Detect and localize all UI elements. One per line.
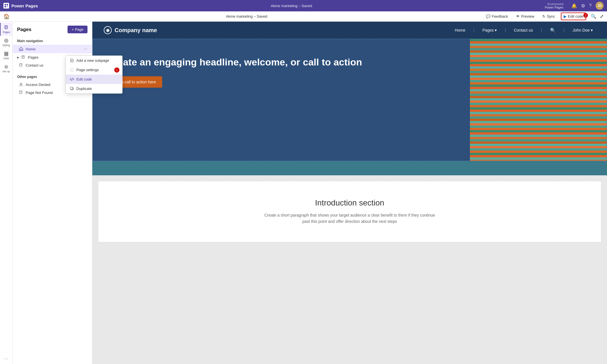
contact-nav-label: Contact us (26, 63, 43, 67)
pages-icon (4, 25, 9, 30)
svg-rect-2 (5, 6, 6, 7)
home-nav-more-button[interactable]: ··· (84, 46, 87, 52)
context-menu-page-settings[interactable]: Page settings 1 (66, 65, 122, 75)
duplicate-icon (70, 87, 74, 91)
page-settings-label: Page settings (76, 68, 99, 72)
topbar-icons: 🔔 ⚙ ? JD (571, 2, 604, 10)
app-logo-icon (3, 3, 9, 9)
feedback-button[interactable]: 💬 Feedback (484, 13, 510, 20)
svg-point-13 (5, 66, 7, 68)
add-page-button[interactable]: + Page (68, 26, 87, 33)
expand-pages-chevron[interactable]: ▶ (17, 56, 19, 59)
contact-nav-icon (19, 63, 23, 67)
context-menu-edit-code[interactable]: Edit code (66, 75, 122, 84)
pages-nav-icon (21, 55, 26, 59)
site-saved-label: Akme marketing – Saved (226, 14, 267, 18)
sync-icon: ↻ (542, 14, 545, 18)
zoom-in-icon[interactable]: 🔍 (591, 14, 596, 19)
svg-rect-1 (7, 4, 8, 5)
nav-item-home[interactable]: Home ··· (13, 45, 92, 53)
nav-divider-4: | (561, 27, 568, 34)
svg-rect-11 (5, 54, 8, 54)
content-area[interactable]: ◉ Company name Home | Pages ▾ | Contact … (92, 22, 607, 364)
main-nav-section-title: Main navigation (13, 36, 92, 45)
svg-rect-0 (5, 4, 6, 5)
preview-icon: 👁 (516, 14, 520, 18)
hero-image (470, 39, 607, 161)
svg-point-19 (20, 83, 22, 85)
toolbar2: 🏠 Akme marketing – Saved 💬 Feedback 👁 Pr… (0, 11, 607, 22)
preview-label: Preview (521, 14, 534, 18)
svg-rect-12 (5, 55, 8, 56)
sync-label: Sync (547, 14, 555, 18)
edit-code-badge: 2 (583, 13, 588, 18)
home-nav-icon (19, 47, 23, 51)
access-denied-label: Access Denied (26, 83, 50, 87)
styling-icon (4, 38, 9, 43)
site-brand-name: Company name (115, 27, 157, 34)
sidebar-item-pages[interactable]: Pages (0, 23, 12, 36)
access-denied-icon (19, 82, 23, 87)
toolbar2-center: Akme marketing – Saved (10, 14, 484, 18)
edit-code-icon: ▶ (564, 14, 567, 18)
edit-code-toolbar-button[interactable]: ▶ Edit code (561, 13, 586, 20)
env-label: Environment (547, 3, 563, 6)
context-menu-add-subpage[interactable]: Add a new subpage (66, 56, 122, 65)
more-options-icon[interactable]: ··· (2, 353, 11, 364)
settings-icon[interactable]: ⚙ (581, 3, 585, 9)
preview-button[interactable]: 👁 Preview (514, 13, 537, 20)
page-not-found-label: Page Not Found (26, 91, 53, 95)
context-menu-duplicate[interactable]: Duplicate (66, 84, 122, 93)
site-title: Akme marketing – Saved (271, 4, 312, 8)
nav-search-icon[interactable]: 🔍 (547, 26, 559, 34)
svg-point-8 (5, 39, 8, 42)
pages-header: Pages + Page (13, 22, 92, 36)
nav-divider-1: | (470, 27, 477, 34)
nav-link-pages[interactable]: Pages ▾ (480, 27, 500, 34)
nav-divider-3: | (538, 27, 545, 34)
pages-nav-label: Pages (28, 55, 38, 59)
home-nav-label: Home (26, 47, 36, 51)
home-nav-icon[interactable]: 🏠 (3, 13, 10, 20)
page-settings-badge: 1 (114, 67, 119, 73)
expand-icon[interactable]: ⤢ (600, 14, 604, 19)
page-not-found-icon (19, 90, 23, 95)
intro-section: Introduction section Create a short para… (98, 181, 601, 242)
feedback-label: Feedback (492, 14, 508, 18)
pages-icon-label: Pages (3, 31, 10, 34)
data-icon (4, 51, 9, 56)
sidebar-item-data[interactable]: Data (0, 49, 12, 62)
intro-body: Create a short paragraph that shows your… (264, 212, 435, 225)
page-settings-icon (70, 68, 74, 72)
nav-link-user[interactable]: John Doe ▾ (570, 27, 596, 34)
topbar-center: Akme marketing – Saved (38, 4, 545, 8)
sidebar-item-styling[interactable]: Styling (0, 36, 12, 49)
notification-icon[interactable]: 🔔 (571, 3, 577, 9)
nav-link-home[interactable]: Home (452, 27, 468, 34)
sync-button[interactable]: ↻ Sync (540, 13, 557, 20)
svg-line-25 (72, 78, 72, 81)
app-name-label: Power Pages (11, 3, 38, 8)
site-brand-icon: ◉ (104, 26, 112, 34)
intro-title: Introduction section (110, 198, 590, 207)
data-icon-label: Data (3, 57, 9, 60)
hero-left: Create an engaging headline, welcome, or… (93, 39, 470, 161)
svg-rect-17 (20, 63, 22, 66)
site-navbar: ◉ Company name Home | Pages ▾ | Contact … (92, 22, 607, 39)
user-avatar[interactable]: JD (596, 2, 604, 10)
site-navbar-links: Home | Pages ▾ | Contact us | 🔍 | John D… (452, 26, 596, 34)
spacer-section (92, 161, 607, 175)
app-logo[interactable]: Power Pages (3, 3, 38, 9)
edit-code-btn-wrapper: ▶ Edit code 2 (561, 13, 586, 20)
topbar: Power Pages Akme marketing – Saved Envir… (0, 0, 607, 11)
main-layout: Pages Styling Data Set up ··· (0, 22, 607, 364)
sidebar-item-setup[interactable]: Set up (0, 62, 12, 75)
nav-link-contact[interactable]: Contact us (511, 27, 536, 34)
svg-point-24 (72, 69, 73, 71)
svg-rect-20 (20, 91, 22, 94)
env-value: Power Pages (545, 6, 563, 9)
setup-icon (4, 64, 9, 69)
pages-panel-title: Pages (17, 27, 31, 32)
help-icon[interactable]: ? (589, 3, 592, 8)
context-menu: Add a new subpage Page settings 1 Edit c… (66, 55, 123, 94)
